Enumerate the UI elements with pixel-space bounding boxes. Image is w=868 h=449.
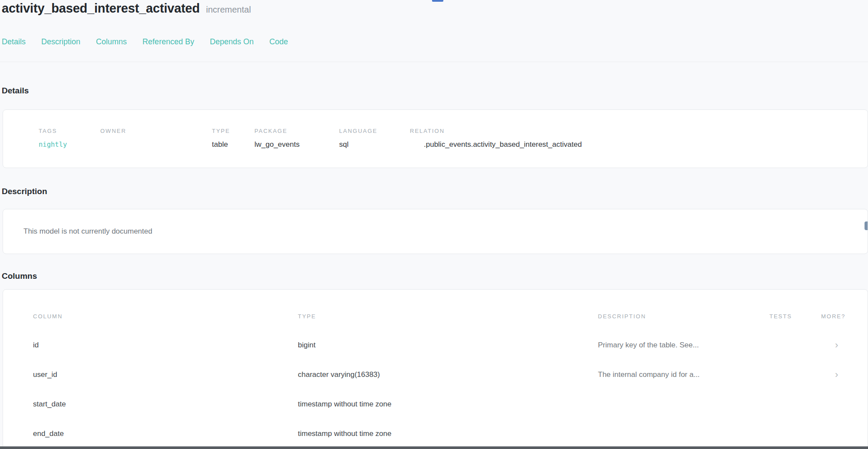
column-name-cell: user_id xyxy=(33,370,298,379)
materialization-badge: incremental xyxy=(206,5,251,14)
partial-button-fragment[interactable] xyxy=(865,221,868,230)
header-type: TYPE xyxy=(298,313,598,320)
description-section-heading: Description xyxy=(2,186,47,197)
divider xyxy=(0,62,868,62)
chevron-right-icon[interactable]: › xyxy=(821,340,868,350)
columns-table-body: id bigint Primary key of the table. See.… xyxy=(3,330,868,449)
field-label: TYPE xyxy=(212,127,230,135)
nav-link-description[interactable]: Description xyxy=(41,36,80,47)
field-label: OWNER xyxy=(100,127,126,135)
details-section-heading: Details xyxy=(2,86,29,96)
column-type-cell: timestamp without time zone xyxy=(298,429,598,438)
description-card: This model is not currently documented xyxy=(3,209,868,254)
header-tests: TESTS xyxy=(769,313,821,320)
field-label: PACKAGE xyxy=(254,127,300,135)
chevron-right-icon[interactable]: › xyxy=(821,370,868,380)
field-label: LANGUAGE xyxy=(339,127,377,135)
header-description: DESCRIPTION xyxy=(598,313,769,320)
nav-link-code[interactable]: Code xyxy=(269,36,288,47)
details-field-type: TYPE table xyxy=(212,127,230,149)
nav-link-referenced-by[interactable]: Referenced By xyxy=(142,36,194,47)
cutoff-bottom-bar xyxy=(0,446,868,449)
details-field-package: PACKAGE lw_go_events xyxy=(254,127,300,149)
table-row[interactable]: end_date timestamp without time zone xyxy=(3,419,868,449)
column-name-cell: end_date xyxy=(33,429,298,438)
columns-table-header: COLUMN TYPE DESCRIPTION TESTS MORE? xyxy=(3,310,868,324)
nav-link-depends-on[interactable]: Depends On xyxy=(210,36,254,47)
field-label: TAGS xyxy=(39,127,67,135)
column-description-cell: Primary key of the table. See... xyxy=(598,341,769,350)
column-type-cell: character varying(16383) xyxy=(298,370,598,379)
details-field-relation: RELATION .public_events.activity_based_i… xyxy=(410,127,582,149)
description-text: This model is not currently documented xyxy=(23,209,152,254)
details-card: TAGS nightly OWNER TYPE table PACKAGE lw… xyxy=(3,109,868,168)
table-row[interactable]: user_id character varying(16383) The int… xyxy=(3,360,868,390)
field-label: RELATION xyxy=(410,127,582,135)
details-field-owner: OWNER xyxy=(100,127,126,140)
page-header: activity_based_interest_activated increm… xyxy=(2,0,251,17)
field-value: lw_go_events xyxy=(254,140,300,149)
column-name-cell: id xyxy=(33,341,298,350)
column-description-cell: The internal company id for a... xyxy=(598,370,769,379)
field-value: table xyxy=(212,140,230,149)
cutoff-element-fragment xyxy=(432,0,443,2)
header-column: COLUMN xyxy=(33,313,298,320)
column-type-cell: bigint xyxy=(298,341,598,350)
header-more: MORE? xyxy=(821,313,868,320)
columns-section-heading: Columns xyxy=(2,271,37,281)
field-value: sql xyxy=(339,140,377,149)
table-row[interactable]: id bigint Primary key of the table. See.… xyxy=(3,330,868,360)
relation-value: .public_events.activity_based_interest_a… xyxy=(410,140,582,149)
nav-link-details[interactable]: Details xyxy=(2,36,26,47)
column-type-cell: timestamp without time zone xyxy=(298,400,598,409)
nav-link-columns[interactable]: Columns xyxy=(96,36,127,47)
details-field-language: LANGUAGE sql xyxy=(339,127,377,149)
tag-value: nightly xyxy=(39,140,67,149)
columns-card: COLUMN TYPE DESCRIPTION TESTS MORE? id b… xyxy=(3,289,868,449)
anchor-nav: Details Description Columns Referenced B… xyxy=(2,36,288,47)
table-row[interactable]: start_date timestamp without time zone xyxy=(3,390,868,419)
column-name-cell: start_date xyxy=(33,400,298,409)
details-field-tags: TAGS nightly xyxy=(39,127,67,149)
page-title: activity_based_interest_activated xyxy=(2,1,200,15)
